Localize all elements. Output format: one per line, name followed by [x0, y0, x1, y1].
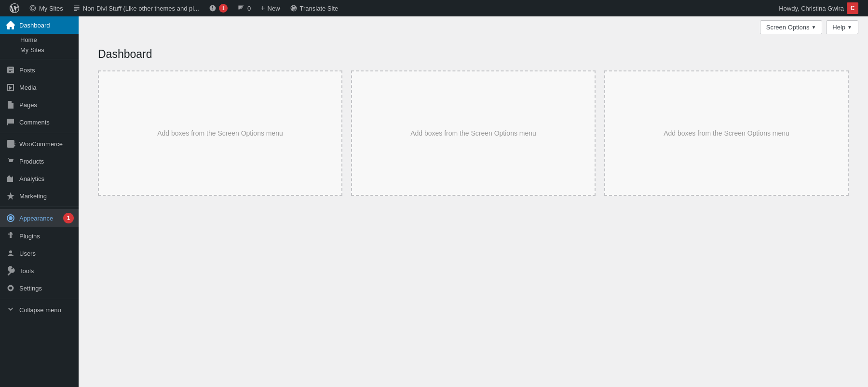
site-name-label: Non-Divi Stuff (Like other themes and pl…: [83, 5, 199, 12]
sidebar-item-users[interactable]: Users: [0, 245, 79, 262]
admin-bar: My Sites Non-Divi Stuff (Like other them…: [0, 0, 868, 16]
dashboard-wrap: Dashboard Add boxes from the Screen Opti…: [79, 38, 868, 196]
plugins-label: Plugins: [19, 233, 40, 240]
chevron-down-icon-help: ▼: [847, 25, 852, 30]
dashboard-columns: Add boxes from the Screen Options menu A…: [88, 70, 858, 196]
sidebar-mysites-link[interactable]: My Sites: [20, 45, 73, 55]
howdy-text: Howdy, Christina Gwira: [779, 5, 844, 12]
sidebar-home-link[interactable]: Home: [20, 35, 73, 45]
sidebar-item-plugins[interactable]: Plugins: [0, 227, 79, 245]
sidebar-item-dashboard[interactable]: Dashboard: [0, 16, 79, 34]
wp-logo-button[interactable]: [5, 0, 24, 16]
woocommerce-label: WooCommerce: [19, 140, 63, 148]
posts-label: Posts: [19, 67, 35, 74]
new-content-button[interactable]: + New: [256, 0, 285, 16]
translate-site-button[interactable]: Translate Site: [285, 0, 343, 16]
top-options-bar: Screen Options ▼ Help ▼: [79, 16, 868, 38]
comments-label: Comments: [19, 119, 50, 126]
sidebar-item-appearance[interactable]: Appearance 1 Themes Editor 2: [0, 209, 79, 227]
updates-button[interactable]: 1: [204, 0, 232, 16]
chevron-down-icon: ▼: [811, 25, 816, 30]
dashboard-box-1: Add boxes from the Screen Options menu: [98, 70, 342, 196]
sidebar-item-posts[interactable]: Posts: [0, 61, 79, 79]
media-label: Media: [19, 84, 36, 91]
sidebar-item-products[interactable]: Products: [0, 152, 79, 170]
screen-options-button[interactable]: Screen Options ▼: [760, 20, 823, 34]
sidebar-item-media[interactable]: Media: [0, 79, 79, 96]
comments-button[interactable]: 0: [232, 0, 256, 16]
settings-label: Settings: [19, 285, 42, 292]
dashboard-box-2: Add boxes from the Screen Options menu: [351, 70, 596, 196]
collapse-menu-label: Collapse menu: [19, 306, 61, 314]
sidebar-item-settings[interactable]: Settings: [0, 279, 79, 297]
my-sites-button[interactable]: My Sites: [24, 0, 68, 16]
admin-sidebar: Dashboard Home My Sites Posts Media: [0, 16, 79, 387]
sidebar-item-marketing[interactable]: Marketing: [0, 187, 79, 205]
site-name-button[interactable]: Non-Divi Stuff (Like other themes and pl…: [68, 0, 204, 16]
user-menu[interactable]: Howdy, Christina Gwira C: [774, 2, 863, 14]
products-label: Products: [19, 158, 44, 165]
translate-label: Translate Site: [300, 5, 339, 12]
sidebar-item-analytics[interactable]: Analytics: [0, 170, 79, 187]
comments-count: 0: [247, 5, 251, 12]
my-sites-label: My Sites: [39, 5, 63, 12]
new-label: New: [268, 5, 280, 12]
appearance-label: Appearance: [19, 215, 53, 222]
sidebar-item-collapse[interactable]: Collapse menu: [0, 301, 79, 318]
appearance-step1-badge: 1: [63, 213, 74, 223]
tools-label: Tools: [19, 267, 34, 275]
pages-label: Pages: [19, 101, 37, 109]
dashboard-label: Dashboard: [19, 22, 50, 29]
marketing-label: Marketing: [19, 193, 47, 200]
help-button[interactable]: Help ▼: [826, 20, 858, 34]
sidebar-item-woocommerce[interactable]: WC WooCommerce: [0, 135, 79, 152]
dashboard-box-3: Add boxes from the Screen Options menu: [604, 70, 849, 196]
updates-badge: 1: [219, 4, 228, 13]
users-label: Users: [19, 250, 36, 257]
sidebar-item-tools[interactable]: Tools: [0, 262, 79, 279]
sidebar-item-pages[interactable]: Pages: [0, 96, 79, 113]
svg-text:WC: WC: [9, 142, 15, 147]
page-title: Dashboard: [98, 48, 858, 61]
main-content: Screen Options ▼ Help ▼ Dashboard Add bo…: [79, 16, 868, 387]
sidebar-item-comments[interactable]: Comments: [0, 113, 79, 131]
user-avatar: C: [847, 2, 858, 14]
analytics-label: Analytics: [19, 175, 44, 182]
